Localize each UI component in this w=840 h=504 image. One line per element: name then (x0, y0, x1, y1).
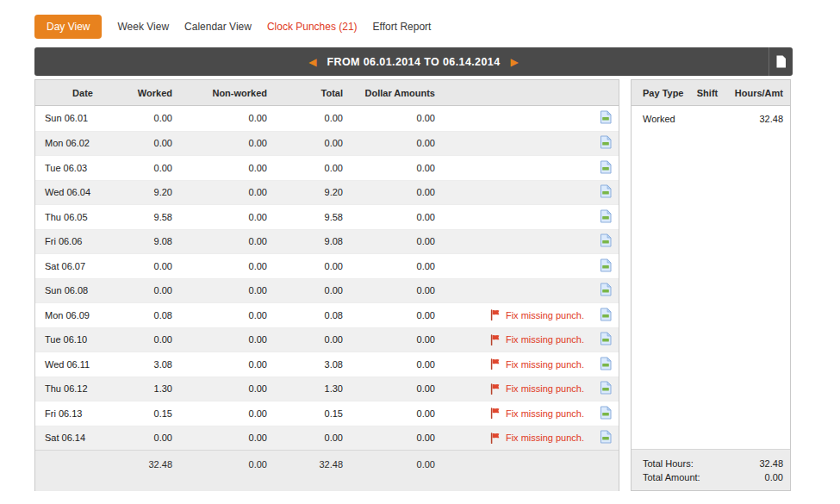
fix-missing-punch-link[interactable]: Fix missing punch. (506, 408, 584, 419)
date-cell: Wed 06.11 (35, 359, 130, 370)
column-header-worked: Worked (130, 88, 182, 98)
dollar-cell: 0.00 (352, 261, 445, 271)
table-row: Tue 06.100.000.000.000.00Fix missing pun… (35, 327, 619, 352)
worked-cell: 0.15 (130, 408, 182, 419)
column-header-nonworked: Non-worked (182, 88, 277, 98)
doc-cell (593, 332, 619, 347)
view-tabs: Day View Week View Calendar View Clock P… (34, 15, 431, 39)
total-cell: 0.08 (277, 310, 352, 320)
document-icon (600, 209, 612, 225)
worked-cell: 9.58 (130, 212, 182, 222)
row-document-button[interactable] (600, 160, 612, 176)
column-header-dollar-amounts: Dollar Amounts (352, 88, 445, 98)
table-row: Mon 06.020.000.000.000.00 (35, 131, 619, 156)
worked-cell: 0.00 (130, 334, 182, 345)
table-row: Mon 06.090.080.000.080.00Fix missing pun… (35, 302, 619, 327)
pay-type-name: Worked (632, 114, 687, 124)
fix-missing-punch-link[interactable]: Fix missing punch. (506, 359, 584, 370)
worked-cell: 0.08 (130, 310, 182, 320)
column-header-total: Total (277, 88, 352, 98)
row-document-button[interactable] (600, 283, 612, 298)
total-hours-value: 32.48 (759, 457, 783, 470)
dollar-cell: 0.00 (352, 138, 445, 148)
dollar-cell: 0.00 (352, 236, 445, 246)
doc-cell (593, 233, 619, 249)
row-document-button[interactable] (600, 332, 612, 347)
table-row: Sat 06.070.000.000.000.00 (35, 253, 619, 278)
row-document-button[interactable] (600, 430, 612, 445)
worked-cell: 0.00 (130, 432, 182, 443)
date-cell: Sat 06.14 (35, 432, 130, 443)
tab-week-view[interactable]: Week View (117, 21, 169, 33)
notice-cell: Fix missing punch. (445, 358, 593, 370)
dollar-cell: 0.00 (352, 310, 445, 320)
date-cell: Sat 06.07 (35, 261, 130, 271)
total-cell: 0.00 (277, 261, 352, 271)
document-icon (600, 406, 612, 421)
row-document-button[interactable] (600, 406, 612, 421)
total-hours-label: Total Hours: (643, 457, 694, 470)
prev-period-arrow-icon[interactable]: ◀ (308, 57, 316, 67)
timesheet-rows: Sun 06.010.000.000.000.00Mon 06.020.000.… (35, 106, 619, 450)
table-row: Sat 06.140.000.000.000.00Fix missing pun… (35, 426, 619, 451)
worked-cell: 9.08 (130, 236, 182, 246)
document-icon (600, 430, 612, 445)
tab-day-view[interactable]: Day View (34, 15, 102, 39)
timesheet-page: Day View Week View Calendar View Clock P… (0, 0, 840, 504)
row-document-button[interactable] (600, 308, 612, 323)
table-row: Fri 06.069.080.009.080.00 (35, 229, 619, 254)
document-icon (600, 283, 612, 298)
row-document-button[interactable] (600, 209, 612, 225)
tab-effort-report[interactable]: Effort Report (373, 21, 432, 33)
nonworked-cell: 0.00 (182, 310, 277, 320)
total-amount-value: 0.00 (765, 470, 783, 484)
date-cell: Mon 06.09 (35, 310, 130, 320)
worked-cell: 0.00 (130, 261, 182, 271)
doc-cell (593, 184, 619, 200)
column-header-hours-amt: Hours/Amt (728, 88, 790, 98)
table-row: Sun 06.010.000.000.000.00 (35, 106, 619, 131)
row-document-button[interactable] (600, 135, 612, 151)
tab-calendar-view[interactable]: Calendar View (184, 21, 252, 33)
notice-cell: Fix missing punch. (445, 432, 593, 444)
nonworked-cell: 0.00 (182, 334, 277, 345)
fix-missing-punch-link[interactable]: Fix missing punch. (506, 432, 584, 443)
fix-missing-punch-link[interactable]: Fix missing punch. (506, 310, 584, 320)
pay-panel-totals: Total Hours: 32.48 Total Amount: 0.00 (632, 449, 790, 490)
table-totals-row: 32.48 0.00 32.48 0.00 (35, 450, 619, 491)
row-document-button[interactable] (600, 357, 612, 372)
fix-missing-punch-link[interactable]: Fix missing punch. (506, 334, 584, 345)
doc-cell (593, 110, 619, 126)
row-document-button[interactable] (600, 110, 612, 126)
document-icon (600, 184, 612, 200)
nonworked-cell: 0.00 (182, 187, 277, 197)
total-cell: 0.00 (277, 334, 352, 345)
document-icon (600, 357, 612, 372)
doc-cell (593, 308, 619, 323)
totals-nonworked-cell: 0.00 (182, 459, 277, 470)
total-cell: 0.00 (277, 432, 352, 443)
total-cell: 0.00 (277, 138, 352, 148)
flag-icon (490, 309, 500, 320)
dollar-cell: 0.00 (352, 285, 445, 296)
fix-missing-punch-link[interactable]: Fix missing punch. (506, 383, 584, 394)
row-document-button[interactable] (600, 381, 612, 396)
row-document-button[interactable] (600, 184, 612, 200)
doc-cell (593, 283, 619, 298)
dollar-cell: 0.00 (352, 212, 445, 222)
row-document-button[interactable] (600, 233, 612, 249)
date-cell: Sun 06.08 (35, 285, 130, 296)
doc-cell (593, 381, 619, 396)
date-range-controls: ◀ FROM 06.01.2014 TO 06.14.2014 ▶ (308, 56, 519, 68)
next-period-arrow-icon[interactable]: ▶ (511, 57, 519, 67)
nonworked-cell: 0.00 (182, 138, 277, 148)
tab-clock-punches[interactable]: Clock Punches (21) (267, 21, 358, 33)
export-button[interactable] (768, 47, 793, 76)
doc-cell (593, 430, 619, 445)
doc-cell (593, 357, 619, 372)
dollar-cell: 0.00 (352, 432, 445, 443)
row-document-button[interactable] (600, 258, 612, 274)
nonworked-cell: 0.00 (182, 408, 277, 419)
date-cell: Wed 06.04 (35, 187, 130, 197)
total-cell: 9.08 (277, 236, 352, 246)
